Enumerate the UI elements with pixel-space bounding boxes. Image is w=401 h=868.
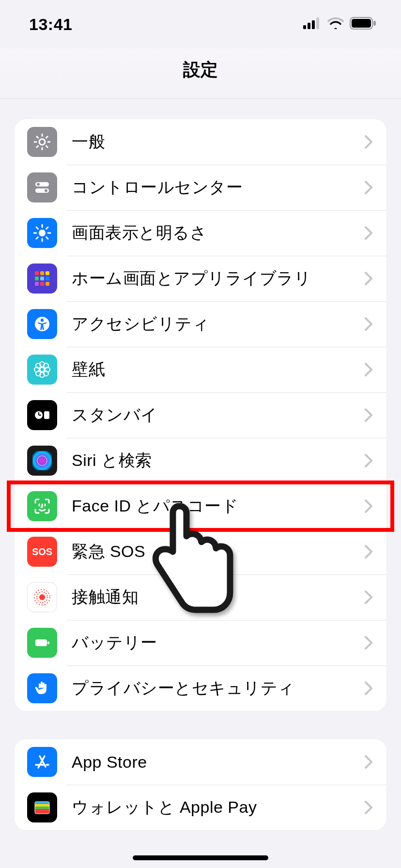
row-label: 一般 bbox=[72, 131, 364, 153]
row-label: コントロールセンター bbox=[72, 176, 364, 199]
settings-row-wallet[interactable]: ウォレットと Apple Pay bbox=[15, 785, 386, 830]
settings-row-home-screen[interactable]: ホーム画面とアプリライブラリ bbox=[15, 256, 386, 301]
chevron-right-icon bbox=[364, 800, 373, 815]
page-title: 設定 bbox=[0, 48, 401, 99]
chevron-right-icon bbox=[364, 590, 373, 604]
settings-row-display[interactable]: 画面表示と明るさ bbox=[15, 210, 386, 256]
chevron-right-icon bbox=[364, 317, 373, 331]
battery-status-icon bbox=[350, 17, 377, 31]
person-circle-icon bbox=[27, 309, 57, 339]
chevron-right-icon bbox=[364, 499, 373, 513]
home-indicator bbox=[133, 855, 268, 860]
battery-icon bbox=[27, 628, 57, 658]
status-time: 13:41 bbox=[29, 15, 72, 34]
chevron-right-icon bbox=[364, 362, 373, 377]
chevron-right-icon bbox=[364, 544, 373, 559]
row-label: バッテリー bbox=[72, 632, 364, 654]
exposure-icon bbox=[27, 582, 57, 612]
chevron-right-icon bbox=[364, 681, 373, 696]
row-label: 接触通知 bbox=[72, 586, 364, 608]
sos-text: SOS bbox=[32, 546, 52, 558]
settings-row-control-center[interactable]: コントロールセンター bbox=[15, 165, 386, 210]
flower-icon bbox=[27, 355, 57, 385]
apps-grid-icon bbox=[27, 264, 57, 294]
svg-rect-6 bbox=[373, 21, 376, 26]
svg-rect-2 bbox=[312, 20, 315, 29]
settings-group-a: 一般コントロールセンター画面表示と明るさホーム画面とアプリライブラリアクセシビリ… bbox=[15, 119, 386, 711]
svg-rect-1 bbox=[308, 23, 310, 29]
chevron-right-icon bbox=[364, 271, 373, 286]
row-label: Face ID とパスコード bbox=[72, 495, 364, 517]
chevron-right-icon bbox=[364, 408, 373, 422]
settings-row-wallpaper[interactable]: 壁紙 bbox=[15, 347, 386, 392]
settings-scroll[interactable]: 一般コントロールセンター画面表示と明るさホーム画面とアプリライブラリアクセシビリ… bbox=[0, 99, 401, 830]
settings-row-appstore[interactable]: App Store bbox=[15, 739, 386, 785]
row-label: プライバシーとセキュリティ bbox=[72, 677, 364, 699]
svg-rect-5 bbox=[352, 19, 371, 28]
siri-icon bbox=[27, 446, 57, 476]
chevron-right-icon bbox=[364, 636, 373, 650]
chevron-right-icon bbox=[364, 755, 373, 769]
row-label: App Store bbox=[72, 753, 364, 772]
switches-icon bbox=[27, 172, 57, 202]
wifi-icon bbox=[327, 17, 344, 31]
cellular-icon bbox=[303, 17, 322, 31]
settings-group-b: App Storeウォレットと Apple Pay bbox=[15, 739, 386, 830]
settings-row-sos[interactable]: SOS緊急 SOS bbox=[15, 529, 386, 574]
settings-row-privacy[interactable]: プライバシーとセキュリティ bbox=[15, 666, 386, 711]
chevron-right-icon bbox=[364, 453, 373, 468]
row-label: ウォレットと Apple Pay bbox=[72, 796, 364, 819]
appstore-icon bbox=[27, 747, 57, 777]
svg-rect-3 bbox=[316, 17, 319, 29]
settings-row-standby[interactable]: スタンバイ bbox=[15, 392, 386, 438]
settings-row-faceid[interactable]: Face ID とパスコード bbox=[15, 483, 386, 529]
row-label: 緊急 SOS bbox=[72, 541, 364, 563]
brightness-icon bbox=[27, 218, 57, 248]
status-indicators bbox=[303, 17, 377, 31]
settings-row-general[interactable]: 一般 bbox=[15, 119, 386, 165]
svg-rect-0 bbox=[303, 25, 306, 29]
chevron-right-icon bbox=[364, 180, 373, 195]
settings-row-battery[interactable]: バッテリー bbox=[15, 620, 386, 666]
gear-icon bbox=[27, 127, 57, 157]
row-label: アクセシビリティ bbox=[72, 313, 364, 335]
row-label: Siri と検索 bbox=[72, 450, 364, 472]
faceid-icon bbox=[27, 491, 57, 521]
row-label: スタンバイ bbox=[72, 404, 364, 426]
status-bar: 13:41 bbox=[0, 0, 401, 48]
sos-icon: SOS bbox=[27, 537, 57, 567]
clock-tile-icon bbox=[27, 400, 57, 430]
row-label: 画面表示と明るさ bbox=[72, 222, 364, 244]
settings-row-exposure[interactable]: 接触通知 bbox=[15, 574, 386, 620]
chevron-right-icon bbox=[364, 226, 373, 240]
row-label: 壁紙 bbox=[72, 358, 364, 381]
settings-row-accessibility[interactable]: アクセシビリティ bbox=[15, 301, 386, 347]
wallet-icon bbox=[27, 792, 57, 822]
row-label: ホーム画面とアプリライブラリ bbox=[72, 267, 364, 290]
hand-icon bbox=[27, 673, 57, 703]
chevron-right-icon bbox=[364, 135, 373, 149]
settings-row-siri[interactable]: Siri と検索 bbox=[15, 438, 386, 483]
